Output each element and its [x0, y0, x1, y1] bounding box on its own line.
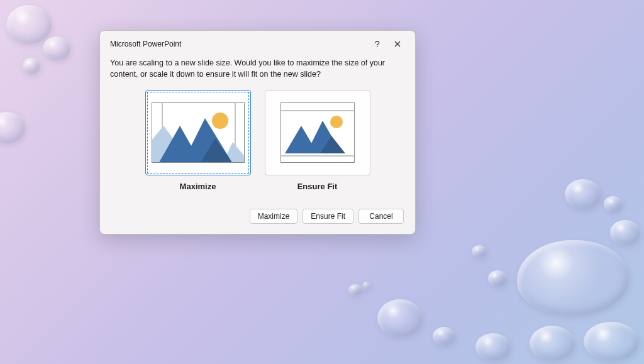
decorative-droplet: [377, 299, 423, 337]
close-icon: [394, 41, 401, 47]
maximize-button[interactable]: Maximize: [250, 209, 298, 224]
dialog-message: You are scaling to a new slide size. Wou…: [110, 57, 405, 80]
ensure-fit-illustration: [281, 103, 355, 163]
option-maximize[interactable]: Maximize: [145, 90, 251, 191]
maximize-illustration: [152, 103, 245, 163]
svg-point-5: [212, 113, 228, 129]
option-maximize-preview: [145, 90, 251, 175]
decorative-droplet: [362, 282, 371, 289]
decorative-droplet: [0, 112, 25, 143]
decorative-droplet: [565, 179, 601, 209]
decorative-droplet: [6, 5, 52, 44]
options-row: Maximize: [110, 90, 405, 191]
decorative-droplet: [530, 326, 575, 361]
decorative-droplet: [584, 322, 639, 361]
option-ensure-fit-label: Ensure Fit: [297, 182, 338, 191]
decorative-droplet: [433, 327, 455, 346]
decorative-droplet: [348, 284, 362, 295]
decorative-droplet: [43, 36, 70, 60]
svg-point-12: [330, 116, 343, 128]
decorative-droplet: [604, 196, 623, 212]
help-button[interactable]: ?: [367, 35, 387, 53]
dialog-titlebar: Microsoft PowerPoint ?: [100, 31, 415, 55]
decorative-droplet: [472, 245, 487, 258]
decorative-droplet: [475, 333, 511, 361]
cancel-button[interactable]: Cancel: [358, 209, 404, 224]
decorative-droplet: [610, 220, 640, 245]
decorative-droplet: [488, 270, 507, 287]
close-button[interactable]: [387, 35, 408, 53]
dialog-body: You are scaling to a new slide size. Wou…: [100, 55, 415, 234]
decorative-droplet: [23, 58, 40, 74]
option-maximize-label: Maximize: [180, 182, 216, 191]
slide-size-dialog: Microsoft PowerPoint ? You are scaling t…: [99, 30, 416, 234]
dialog-title: Microsoft PowerPoint: [110, 40, 367, 48]
ensure-fit-button[interactable]: Ensure Fit: [303, 209, 353, 224]
decorative-droplet: [517, 240, 629, 316]
button-row: Maximize Ensure Fit Cancel: [110, 206, 405, 225]
option-ensure-fit-preview: [265, 90, 370, 175]
option-ensure-fit[interactable]: Ensure Fit: [265, 90, 370, 191]
